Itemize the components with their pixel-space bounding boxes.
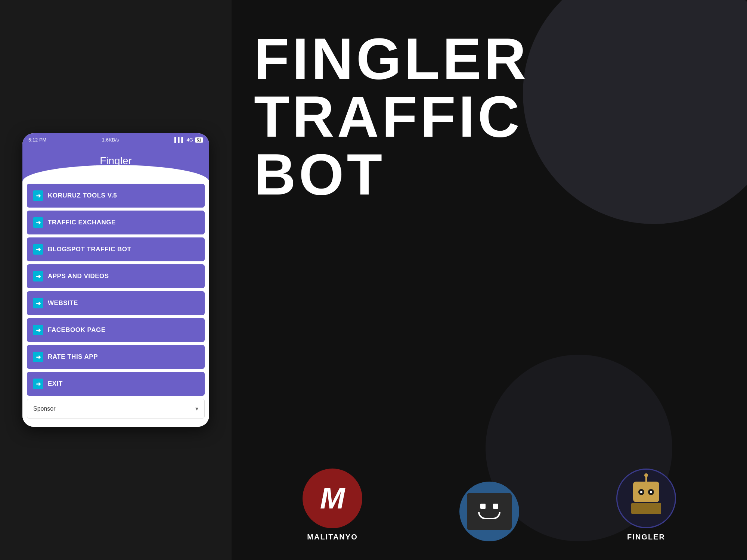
status-right: ▌▌▌ 4G 51 xyxy=(174,137,203,143)
menu-label: TRAFFIC EXCHANGE xyxy=(48,219,116,226)
title-line-3: BOT xyxy=(254,146,725,203)
title-line-1: FINGLER xyxy=(254,30,725,88)
network-type: 4G xyxy=(186,137,193,143)
robot-face xyxy=(467,493,512,530)
bot-antenna-stem xyxy=(645,477,647,482)
menu-arrow-icon: ➜ xyxy=(33,190,43,201)
menu-item-koruruz-tools[interactable]: ➜ KORURUZ TOOLS V.5 xyxy=(27,184,205,208)
sponsor-label: Sponsor xyxy=(33,405,56,412)
big-title-block: FINGLER TRAFFIC BOT xyxy=(232,0,747,203)
bot-body xyxy=(631,503,661,514)
menu-label: APPS AND VIDEOS xyxy=(48,273,109,280)
chevron-down-icon: ▾ xyxy=(195,405,198,412)
bot-eyes xyxy=(638,489,654,495)
robot-circle xyxy=(459,482,519,541)
menu-item-traffic-exchange[interactable]: ➜ TRAFFIC EXCHANGE xyxy=(27,211,205,234)
status-bar: 5:12 PM 1.6KB/s ▌▌▌ 4G 51 xyxy=(22,137,209,143)
menu-label: EXIT xyxy=(48,380,63,388)
menu-label: RATE THIS APP xyxy=(48,353,98,361)
robot-eye-right xyxy=(493,504,498,509)
battery-badge: 51 xyxy=(195,137,203,143)
app-icon-fingler: FINGLER xyxy=(616,469,676,541)
fingler-bot xyxy=(627,482,665,515)
menu-label: BLOGSPOT TRAFFIC BOT xyxy=(48,246,131,253)
menu-arrow-icon: ➜ xyxy=(33,244,43,255)
menu-item-website[interactable]: ➜ WEBSITE xyxy=(27,291,205,315)
bot-eye-right xyxy=(648,489,654,495)
menu-arrow-icon: ➜ xyxy=(33,325,43,335)
menu-arrow-icon: ➜ xyxy=(33,298,43,308)
robot-smile xyxy=(478,512,500,519)
menu-item-rate-this-app[interactable]: ➜ RATE THIS APP xyxy=(27,345,205,369)
menu-arrow-icon: ➜ xyxy=(33,271,43,281)
bot-pupil-left xyxy=(640,491,642,493)
m-icon: M xyxy=(314,480,351,517)
app-icon-robot xyxy=(459,482,519,541)
bot-pupil-right xyxy=(650,491,652,493)
menu-label: FACEBOOK PAGE xyxy=(48,326,105,334)
menu-label: KORURUZ TOOLS V.5 xyxy=(48,192,117,199)
menu-item-exit[interactable]: ➜ EXIT xyxy=(27,372,205,396)
status-time: 5:12 PM xyxy=(28,137,46,143)
phone-mockup: 5:12 PM 1.6KB/s ▌▌▌ 4G 51 Fingler ➜ KORU… xyxy=(22,133,209,427)
sponsor-dropdown[interactable]: Sponsor ▾ xyxy=(27,399,205,419)
menu-label: WEBSITE xyxy=(48,299,78,307)
bot-eye-left xyxy=(638,489,644,495)
menu-item-apps-and-videos[interactable]: ➜ APPS AND VIDEOS xyxy=(27,264,205,288)
malitanyo-circle: M xyxy=(303,469,362,528)
malitanyo-label: MALITANYO xyxy=(307,533,357,541)
bottom-icons-row: M MALITANYO xyxy=(232,469,747,560)
robot-eye-left xyxy=(480,504,486,509)
fingler-label: FINGLER xyxy=(627,533,665,541)
app-icon-malitanyo: M MALITANYO xyxy=(303,469,362,541)
phone-body: ➜ KORURUZ TOOLS V.5 ➜ TRAFFIC EXCHANGE ➜… xyxy=(22,182,209,427)
title-line-2: TRAFFIC xyxy=(254,88,725,146)
menu-arrow-icon: ➜ xyxy=(33,379,43,389)
phone-header: 5:12 PM 1.6KB/s ▌▌▌ 4G 51 Fingler xyxy=(22,133,209,182)
bot-head xyxy=(633,482,659,502)
menu-item-blogspot-traffic-bot[interactable]: ➜ BLOGSPOT TRAFFIC BOT xyxy=(27,237,205,261)
m-letter: M xyxy=(320,481,345,516)
right-panel: FINGLER TRAFFIC BOT M MALITANYO xyxy=(232,0,747,560)
menu-arrow-icon: ➜ xyxy=(33,352,43,362)
signal-icon: ▌▌▌ xyxy=(174,137,185,143)
left-panel: 5:12 PM 1.6KB/s ▌▌▌ 4G 51 Fingler ➜ KORU… xyxy=(0,0,232,560)
robot-eyes xyxy=(480,504,498,509)
status-speed: 1.6KB/s xyxy=(102,137,119,143)
bot-antenna-ball xyxy=(644,473,648,477)
menu-item-facebook-page[interactable]: ➜ FACEBOOK PAGE xyxy=(27,318,205,342)
menu-arrow-icon: ➜ xyxy=(33,217,43,228)
header-wave xyxy=(22,165,209,182)
fingler-circle xyxy=(616,469,676,528)
